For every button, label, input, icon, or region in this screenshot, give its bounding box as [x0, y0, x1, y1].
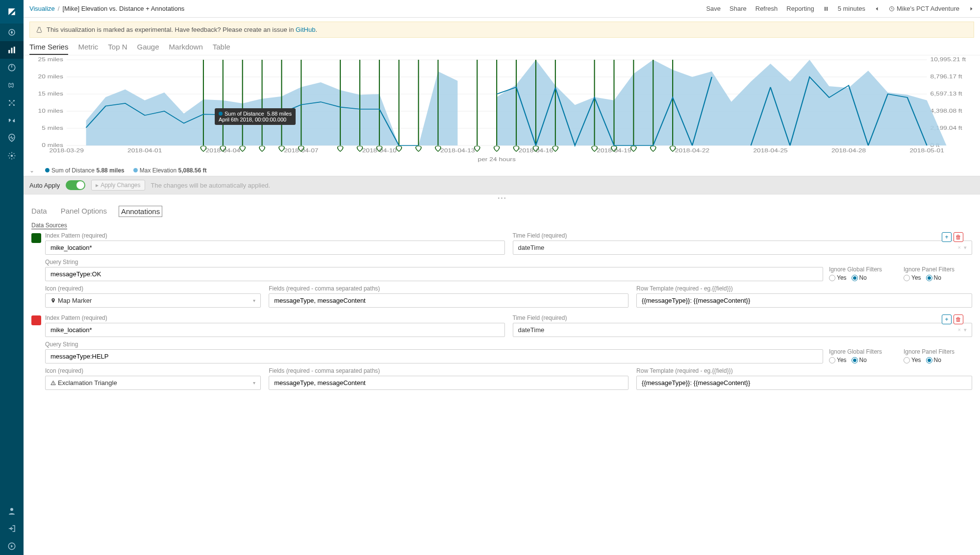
- svg-text:2018-04-07: 2018-04-07: [284, 148, 319, 154]
- chevron-down-icon: ▾: [253, 380, 255, 386]
- query-string-input[interactable]: [45, 267, 823, 281]
- svg-rect-3: [14, 47, 15, 53]
- annotation-color-swatch[interactable]: [31, 233, 41, 243]
- timepicker-label: Mike's PCT Adventure: [897, 5, 959, 12]
- row-template-label: Row Template (required - eg.{{field}}): [636, 367, 972, 374]
- svg-text:2018-04-13: 2018-04-13: [440, 148, 475, 154]
- banner-link[interactable]: GitHub: [296, 26, 315, 33]
- legend-item-elevation[interactable]: Max Elevation 5,088.56 ft: [133, 167, 207, 174]
- reporting-button[interactable]: Reporting: [786, 5, 814, 12]
- icon-select[interactable]: Map Marker▾: [45, 293, 261, 308]
- legend-toggle-icon[interactable]: ⌄: [29, 167, 34, 174]
- svg-text:25 miles: 25 miles: [38, 57, 63, 62]
- chart: 0 miles5 miles10 miles15 miles20 miles25…: [24, 55, 980, 165]
- apply-changes-button[interactable]: ▸ Apply Changes: [91, 180, 145, 191]
- pause-icon[interactable]: [823, 6, 829, 12]
- logout-icon[interactable]: [0, 520, 24, 537]
- legend-item-distance[interactable]: Sum of Distance 5.88 miles: [45, 167, 125, 174]
- ignore-panel-label: Ignore Panel Filters: [904, 266, 972, 273]
- row-template-input[interactable]: [636, 376, 972, 390]
- global-yes-radio[interactable]: Yes: [829, 274, 847, 281]
- tab-top-n[interactable]: Top N: [108, 43, 127, 55]
- tab-data[interactable]: Data: [29, 206, 49, 217]
- monitoring-icon[interactable]: [0, 129, 24, 147]
- timepicker-prev-icon[interactable]: [874, 6, 880, 12]
- tab-gauge[interactable]: Gauge: [137, 43, 159, 55]
- visualize-icon[interactable]: [0, 41, 24, 59]
- chevron-down-icon[interactable]: ▾: [964, 327, 967, 333]
- share-button[interactable]: Share: [729, 5, 747, 12]
- tooltip-value: 5.88 miles: [267, 111, 292, 117]
- refresh-button[interactable]: Refresh: [755, 5, 778, 12]
- svg-text:4,398.08 ft: 4,398.08 ft: [930, 108, 963, 114]
- tab-annotations[interactable]: Annotations: [119, 206, 162, 217]
- svg-rect-2: [11, 48, 13, 53]
- time-field-select[interactable]: dateTime×▾: [513, 241, 973, 255]
- save-button[interactable]: Save: [706, 5, 721, 12]
- ml-icon[interactable]: [0, 94, 24, 112]
- svg-rect-71: [53, 383, 53, 384]
- fields-input[interactable]: [269, 376, 628, 390]
- svg-text:10,995.21 ft: 10,995.21 ft: [930, 57, 966, 62]
- timelion-icon[interactable]: [0, 76, 24, 94]
- timepicker[interactable]: Mike's PCT Adventure: [889, 5, 959, 12]
- ignore-panel-label: Ignore Panel Filters: [904, 348, 972, 355]
- row-template-input[interactable]: [636, 293, 972, 308]
- svg-text:0 miles: 0 miles: [42, 143, 63, 148]
- dashboard-icon[interactable]: [0, 59, 24, 76]
- query-string-label: Query String: [45, 341, 823, 348]
- apply-note: The changes will be automatically applie…: [151, 182, 271, 189]
- resize-handle-icon[interactable]: • • •: [24, 194, 980, 202]
- tab-metric[interactable]: Metric: [78, 43, 98, 55]
- svg-text:2018-03-29: 2018-03-29: [50, 148, 84, 154]
- timepicker-next-icon[interactable]: [968, 6, 974, 12]
- svg-text:per 24 hours: per 24 hours: [478, 157, 516, 163]
- fields-input[interactable]: [269, 293, 628, 308]
- banner-text: This visualization is marked as experime…: [47, 26, 296, 33]
- ignore-global-label: Ignore Global Filters: [829, 266, 898, 273]
- delete-annotation-button[interactable]: 🗑: [954, 232, 963, 242]
- clear-icon[interactable]: ×: [958, 327, 961, 333]
- collapse-icon[interactable]: [0, 537, 24, 555]
- global-no-radio[interactable]: No: [852, 357, 867, 363]
- delete-annotation-button[interactable]: 🗑: [954, 314, 963, 324]
- svg-rect-14: [825, 7, 826, 11]
- svg-point-12: [10, 508, 13, 511]
- kibana-logo[interactable]: [0, 0, 24, 24]
- viz-type-tabs: Time Series Metric Top N Gauge Markdown …: [24, 38, 980, 55]
- tab-table[interactable]: Table: [213, 43, 230, 55]
- auto-apply-toggle[interactable]: [66, 180, 85, 190]
- annotation-color-swatch[interactable]: [31, 315, 41, 325]
- svg-rect-1: [8, 50, 10, 53]
- user-icon[interactable]: [0, 502, 24, 520]
- panel-yes-radio[interactable]: Yes: [904, 274, 921, 281]
- svg-text:5 miles: 5 miles: [42, 125, 63, 131]
- tab-panel-options[interactable]: Panel Options: [59, 206, 109, 217]
- devtools-icon[interactable]: [0, 112, 24, 129]
- tab-time-series[interactable]: Time Series: [29, 43, 68, 55]
- panel-no-radio[interactable]: No: [926, 357, 941, 363]
- global-yes-radio[interactable]: Yes: [829, 357, 847, 363]
- panel-yes-radio[interactable]: Yes: [904, 357, 921, 363]
- interval-picker[interactable]: 5 minutes: [838, 5, 865, 12]
- chevron-down-icon: ▾: [253, 298, 255, 303]
- add-annotation-button[interactable]: +: [942, 314, 952, 324]
- chevron-down-icon[interactable]: ▾: [964, 244, 967, 251]
- index-pattern-input[interactable]: [45, 241, 505, 255]
- clear-icon[interactable]: ×: [958, 244, 961, 251]
- global-no-radio[interactable]: No: [852, 274, 867, 281]
- add-annotation-button[interactable]: +: [942, 232, 952, 242]
- discover-icon[interactable]: [0, 24, 24, 41]
- icon-select[interactable]: Exclamation Triangle▾: [45, 376, 261, 390]
- query-string-input[interactable]: [45, 349, 823, 363]
- panel-no-radio[interactable]: No: [926, 274, 941, 281]
- tooltip-timestamp: April 6th 2018, 00:00:00.000: [219, 117, 292, 122]
- index-pattern-input[interactable]: [45, 323, 505, 337]
- time-field-select[interactable]: dateTime×▾: [513, 323, 973, 337]
- management-icon[interactable]: [0, 147, 24, 165]
- breadcrumb-root[interactable]: Visualize: [29, 5, 55, 12]
- index-pattern-label: Index Pattern (required): [45, 314, 505, 321]
- tab-markdown[interactable]: Markdown: [169, 43, 203, 55]
- svg-point-5: [10, 84, 11, 85]
- svg-text:2018-05-01: 2018-05-01: [909, 148, 944, 154]
